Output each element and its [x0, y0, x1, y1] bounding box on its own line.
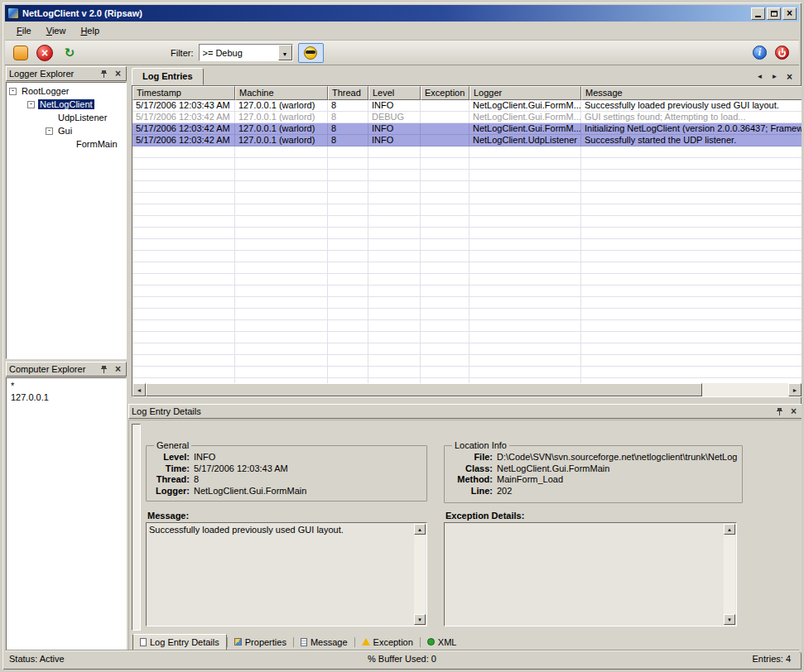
- scroll-down-arrow-icon[interactable]: [724, 614, 735, 625]
- info-icon[interactable]: [753, 46, 767, 60]
- pin-icon[interactable]: [99, 69, 109, 79]
- field-label: Class:: [450, 463, 493, 475]
- pin-icon[interactable]: [774, 406, 785, 417]
- maximize-icon: [771, 11, 778, 17]
- tree-node-gui[interactable]: Gui: [7, 124, 126, 137]
- scroll-right-arrow-icon[interactable]: [788, 383, 802, 396]
- title-bar[interactable]: NetLogClient v 2.0 (Ripsaw): [5, 5, 799, 22]
- filter-combobox[interactable]: >= Debug: [199, 44, 293, 61]
- details-header[interactable]: Log Entry Details: [128, 404, 802, 419]
- field-label: File:: [450, 452, 493, 463]
- maximize-button[interactable]: [767, 7, 781, 20]
- tree-expander-icon[interactable]: [46, 127, 53, 135]
- exception-textbox[interactable]: [444, 522, 737, 626]
- pin-icon[interactable]: [99, 364, 109, 375]
- clear-entries-icon[interactable]: [36, 45, 53, 61]
- field-value: 8: [190, 474, 421, 486]
- column-header-logger[interactable]: Logger: [469, 86, 581, 100]
- scroll-up-arrow-icon[interactable]: [414, 524, 426, 535]
- column-header-timestamp[interactable]: Timestamp: [132, 86, 235, 100]
- pause-display-icon[interactable]: [13, 46, 28, 60]
- tree-node-label: UdpListener: [56, 113, 108, 122]
- log-row[interactable]: 5/17/2006 12:03:42 AM127.0.0.1 (warlord)…: [132, 123, 802, 135]
- detail-field: Line:202: [450, 486, 737, 497]
- column-header-level[interactable]: Level: [368, 86, 421, 100]
- scroll-down-arrow-icon[interactable]: [414, 614, 426, 625]
- filter-combobox-value: >= Debug: [200, 48, 278, 58]
- close-icon[interactable]: [113, 364, 123, 375]
- exception-scrollbar[interactable]: [724, 524, 735, 625]
- close-icon[interactable]: [788, 406, 799, 417]
- log-cell-level: INFO: [368, 100, 421, 112]
- computer-explorer-header[interactable]: Computer Explorer: [6, 362, 127, 377]
- log-row-empty: [132, 216, 802, 228]
- tree-expander-icon[interactable]: [9, 88, 17, 95]
- column-header-exception[interactable]: Exception: [421, 86, 469, 100]
- filter-level-toggle-button[interactable]: [298, 43, 324, 63]
- minimize-button[interactable]: [751, 7, 765, 20]
- message-text: Successfully loaded previously used GUI …: [149, 525, 412, 624]
- log-table-body: 5/17/2006 12:03:43 AM127.0.0.1 (warlord)…: [132, 100, 802, 383]
- details-title: Log Entry Details: [132, 406, 771, 416]
- details-tab-label: Message: [311, 637, 348, 647]
- close-tab-icon[interactable]: [783, 70, 796, 83]
- details-vertical-scrollbar[interactable]: [132, 424, 141, 631]
- scrollbar-thumb[interactable]: [146, 383, 702, 396]
- props-icon: [234, 638, 242, 646]
- tree-node-rootlogger[interactable]: RootLogger: [7, 84, 126, 98]
- refresh-icon[interactable]: [61, 45, 78, 61]
- computer-item-item[interactable]: *: [7, 380, 126, 391]
- field-label: Time:: [152, 463, 190, 475]
- note-icon: [301, 638, 307, 646]
- log-row-empty: [132, 332, 802, 343]
- message-scrollbar[interactable]: [414, 524, 426, 625]
- filter-dropdown-button[interactable]: [278, 45, 292, 60]
- details-tab-properties[interactable]: Properties: [228, 634, 293, 650]
- exception-text: [447, 525, 721, 624]
- computer-explorer-title: Computer Explorer: [9, 364, 95, 374]
- details-tab-exception[interactable]: Exception: [355, 634, 420, 650]
- log-horizontal-scrollbar[interactable]: [132, 383, 802, 396]
- details-tab-message[interactable]: Message: [294, 634, 354, 650]
- menu-item-file[interactable]: File: [9, 23, 39, 38]
- close-icon[interactable]: [113, 69, 123, 79]
- scroll-left-arrow-icon[interactable]: [132, 383, 146, 396]
- log-entries-table: TimestampMachineThreadLevelExceptionLogg…: [132, 85, 802, 397]
- log-row[interactable]: 5/17/2006 12:03:42 AM127.0.0.1 (warlord)…: [132, 112, 802, 123]
- scroll-right-icon[interactable]: [768, 70, 781, 83]
- detail-field: Method:MainForm_Load: [450, 474, 737, 486]
- log-row[interactable]: 5/17/2006 12:03:43 AM127.0.0.1 (warlord)…: [132, 100, 802, 112]
- tree-node-netlogclient[interactable]: NetLogClient: [7, 98, 126, 111]
- column-header-machine[interactable]: Machine: [235, 86, 328, 100]
- tree-node-udplistener[interactable]: UdpListener: [7, 111, 126, 124]
- column-header-message[interactable]: Message: [581, 86, 802, 100]
- log-cell-message: Initializing NetLogClient (version 2.0.0…: [581, 123, 802, 135]
- scroll-up-arrow-icon[interactable]: [724, 524, 735, 535]
- tree-expander-icon[interactable]: [27, 101, 35, 108]
- menu-item-view[interactable]: View: [39, 23, 74, 38]
- details-tab-xml[interactable]: XML: [421, 634, 464, 650]
- log-cell-machine: 127.0.0.1 (warlord): [235, 112, 328, 123]
- log-row-empty: [132, 309, 802, 320]
- logger-explorer-header[interactable]: Logger Explorer: [6, 66, 127, 81]
- minimize-icon: [755, 16, 761, 17]
- computer-item-127-0-0-1[interactable]: 127.0.0.1: [7, 391, 126, 403]
- log-cell-exception: [421, 135, 469, 146]
- scroll-left-icon[interactable]: [753, 70, 766, 83]
- menu-item-help[interactable]: Help: [73, 23, 107, 38]
- message-textbox[interactable]: Successfully loaded previously used GUI …: [146, 522, 427, 626]
- log-row-empty: [132, 239, 802, 251]
- power-icon[interactable]: [775, 46, 789, 60]
- log-row[interactable]: 5/17/2006 12:03:42 AM127.0.0.1 (warlord)…: [132, 135, 802, 146]
- tree-node-formmain[interactable]: FormMain: [7, 137, 126, 151]
- column-header-thread[interactable]: Thread: [328, 86, 368, 100]
- details-tab-label: Properties: [245, 637, 286, 647]
- tab-log-entries[interactable]: Log Entries: [132, 68, 204, 85]
- close-button[interactable]: [782, 7, 797, 20]
- detail-field: Logger:NetLogClient.Gui.FormMain: [152, 486, 421, 497]
- detail-field: Level:INFO: [152, 452, 421, 463]
- log-cell-exception: [421, 112, 469, 123]
- details-tab-log-entry-details[interactable]: Log Entry Details: [132, 634, 227, 650]
- detail-field: Thread:8: [152, 474, 421, 486]
- log-row-empty: [132, 158, 802, 170]
